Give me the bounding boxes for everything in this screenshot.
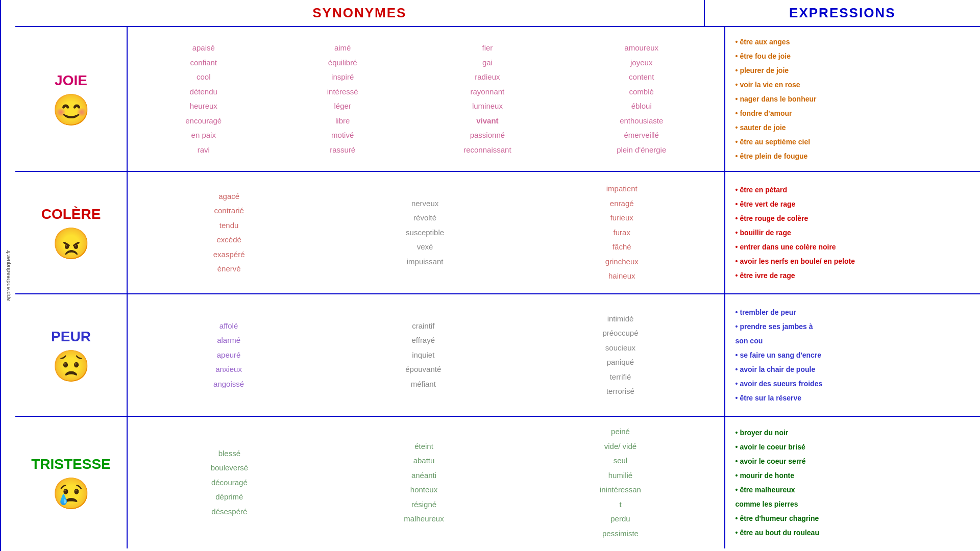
peur-expressions-list: trembler de peur prendre ses jambes àson… [736, 305, 823, 405]
peur-syn-col-2: craintif effrayé inquiet épouvanté méfia… [405, 319, 441, 392]
colere-syn-col-1: agacé contrarié tendu excédé exaspéré én… [213, 189, 245, 277]
peur-expr-2: prendre ses jambes àson cou [736, 319, 823, 348]
peur-expr-5: avoir des sueurs froides [736, 377, 823, 391]
colere-expr-7: être ivre de rage [736, 268, 855, 283]
peur-label-cell: PEUR 😟 [15, 294, 128, 416]
colere-name: COLÈRE [41, 206, 101, 222]
peur-syn-col-3: intimidé préoccupé soucieux paniqué terr… [602, 312, 638, 399]
colere-expr-4: bouillir de rage [736, 226, 855, 240]
colere-expr-1: être en pétard [736, 183, 855, 197]
peur-expr-1: trembler de peur [736, 305, 823, 319]
watermark-text: apprendreaduquer.fr [5, 250, 11, 301]
peur-row: PEUR 😟 affolé alarmé apeuré anxieux ango… [15, 294, 980, 417]
joie-synonymes-area: apaisé confiant cool détendu heureux enc… [128, 27, 725, 171]
peur-icon: 😟 [52, 351, 90, 382]
tristesse-expressions-list: broyer du noir avoir le coeur brisé avoi… [736, 425, 819, 540]
colere-synonymes-area: agacé contrarié tendu excédé exaspéré én… [128, 172, 725, 293]
tristesse-expressions-area: broyer du noir avoir le coeur brisé avoi… [725, 417, 980, 548]
joie-expr-7: sauter de joie [736, 120, 817, 135]
colere-expr-6: avoir les nerfs en boule/ en pelote [736, 254, 855, 268]
tristesse-syn-col-2: éteint abattu anéanti honteux résigné ma… [404, 439, 444, 527]
peur-expressions-area: trembler de peur prendre ses jambes àson… [725, 294, 980, 416]
joie-expr-2: être fou de joie [736, 49, 817, 63]
joie-syn-col-4: amoureux joyeux content comblé ébloui en… [617, 41, 666, 157]
tristesse-expr-3: avoir le coeur serré [736, 454, 819, 468]
peur-synonymes-area: affolé alarmé apeuré anxieux angoissé cr… [128, 294, 725, 416]
tristesse-synonymes-area: blessé bouleversé découragé déprimé dése… [128, 417, 725, 548]
colere-syn-col-2: nerveux révolté susceptible vexé impuiss… [406, 196, 444, 269]
joie-expr-6: fondre d'amour [736, 106, 817, 120]
header-row: SYNONYMES EXPRESSIONS [15, 0, 980, 27]
watermark: apprendreaduquer.fr [0, 0, 15, 551]
page-container: apprendreaduquer.fr SYNONYMES EXPRESSION… [0, 0, 980, 551]
tristesse-icon: 😢 [52, 479, 90, 509]
colere-expressions-area: être en pétard être vert de rage être ro… [725, 172, 980, 293]
tristesse-expr-5: être malheureuxcomme les pierres [736, 483, 819, 511]
tristesse-expr-4: mourir de honte [736, 468, 819, 483]
colere-syn-col-3: impatient enragé furieux furax fâché gri… [605, 182, 639, 284]
joie-icon: 😊 [52, 95, 90, 126]
peur-expr-4: avoir la chair de poule [736, 362, 823, 377]
joie-syn-col-1: apaisé confiant cool détendu heureux enc… [185, 41, 222, 157]
expressions-title: EXPRESSIONS [789, 5, 895, 20]
main-content: SYNONYMES EXPRESSIONS JOIE 😊 apaisé conf… [15, 0, 980, 551]
tristesse-expr-2: avoir le coeur brisé [736, 440, 819, 454]
joie-name: JOIE [55, 72, 87, 89]
joie-expr-5: nager dans le bonheur [736, 92, 817, 106]
joie-row: JOIE 😊 apaisé confiant cool détendu heur… [15, 27, 980, 172]
header-expressions-cell: EXPRESSIONS [705, 0, 980, 26]
tristesse-expr-7: être au bout du rouleau [736, 525, 819, 540]
tristesse-label-cell: TRISTESSE 😢 [15, 417, 128, 548]
tristesse-row: TRISTESSE 😢 blessé bouleversé découragé … [15, 417, 980, 548]
peur-expr-6: être sur la réserve [736, 391, 823, 405]
colere-expr-5: entrer dans une colère noire [736, 240, 855, 254]
joie-expr-3: pleurer de joie [736, 63, 817, 78]
colere-expressions-list: être en pétard être vert de rage être ro… [736, 183, 855, 283]
tristesse-expr-1: broyer du noir [736, 425, 819, 440]
colere-expr-3: être rouge de colère [736, 211, 855, 226]
joie-syn-col-2: aimé équilibré inspiré intéressé léger l… [327, 41, 358, 157]
joie-expr-4: voir la vie en rose [736, 78, 817, 92]
colere-expr-2: être vert de rage [736, 197, 855, 211]
header-synonymes-cell: SYNONYMES [15, 0, 705, 26]
joie-expr-8: être au septième ciel [736, 135, 817, 149]
tristesse-syn-col-3: peiné vide/ vidé seul humilié inintéress… [600, 424, 641, 541]
joie-expr-1: être aux anges [736, 35, 817, 49]
peur-expr-3: se faire un sang d'encre [736, 348, 823, 362]
peur-syn-col-1: affolé alarmé apeuré anxieux angoissé [213, 319, 244, 392]
tristesse-name: TRISTESSE [31, 456, 111, 472]
joie-label-cell: JOIE 😊 [15, 27, 128, 171]
joie-expr-9: être plein de fougue [736, 149, 817, 163]
tristesse-syn-col-1: blessé bouleversé découragé déprimé dése… [211, 446, 248, 519]
joie-expressions-area: être aux anges être fou de joie pleurer … [725, 27, 980, 171]
colere-icon: 😠 [52, 229, 90, 259]
joie-syn-col-3: fier gai radieux rayonnant lumineux viva… [463, 41, 511, 157]
peur-name: PEUR [51, 329, 91, 345]
joie-expressions-list: être aux anges être fou de joie pleurer … [736, 35, 817, 163]
colere-row: COLÈRE 😠 agacé contrarié tendu excédé ex… [15, 172, 980, 294]
synonymes-title: SYNONYMES [312, 5, 406, 20]
tristesse-expr-6: être d'humeur chagrine [736, 511, 819, 525]
colere-label-cell: COLÈRE 😠 [15, 172, 128, 293]
